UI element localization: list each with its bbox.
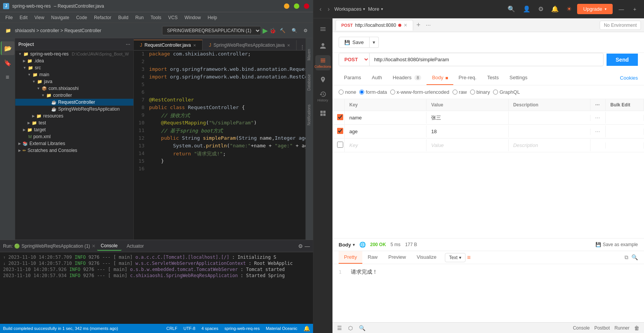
pm-profile-button[interactable]: 👤: [521, 3, 533, 15]
list-item[interactable]: ▶ 📁 test: [15, 119, 133, 126]
pm-theme-button[interactable]: ☀: [564, 3, 574, 15]
tab-auth[interactable]: Auth: [367, 71, 388, 85]
tab-prereq[interactable]: Pre-req.: [453, 71, 482, 85]
list-item[interactable]: ▼ 📁 main: [15, 71, 133, 78]
format-icon[interactable]: ≡: [467, 254, 470, 261]
list-item[interactable]: ▶ 📁 target: [15, 126, 133, 133]
tab-body[interactable]: Body: [427, 71, 453, 85]
maven-label[interactable]: Maven: [306, 46, 313, 64]
new-tab-button[interactable]: +: [414, 21, 423, 29]
tab-spring-app[interactable]: J SpringWebReqResApplication.java ✕: [203, 40, 297, 50]
sidebar-structure-icon[interactable]: ≡: [1, 70, 15, 84]
td-more[interactable]: ⋯: [590, 126, 606, 137]
raw-radio[interactable]: raw: [453, 89, 467, 95]
tab-headers[interactable]: Headers 8: [388, 71, 427, 85]
pm-upgrade-button[interactable]: Upgrade ▾: [577, 4, 613, 14]
indent-label[interactable]: 4 spaces: [201, 326, 218, 331]
pm-cookies-link[interactable]: Cookies: [620, 75, 638, 81]
tree-options[interactable]: ⋯: [126, 42, 130, 47]
trash-icon[interactable]: 🗑: [634, 325, 639, 331]
list-item[interactable]: ▼ 📁 controller: [15, 92, 133, 99]
urlencoded-radio-input[interactable]: [390, 90, 395, 95]
pm-sidebar-environments-icon[interactable]: [315, 72, 331, 87]
pm-search-button[interactable]: 🔍: [505, 3, 517, 15]
row-checkbox[interactable]: [337, 128, 343, 134]
pm-save-example-button[interactable]: 💾 Save as example: [595, 242, 638, 247]
close-tab-icon[interactable]: ✕: [287, 43, 290, 47]
pm-save-dropdown[interactable]: ▾: [370, 37, 379, 48]
settings-icon[interactable]: ⚙: [298, 243, 303, 249]
close-tab-icon[interactable]: ✕: [404, 23, 407, 28]
tab-settings[interactable]: Settings: [504, 71, 533, 85]
menu-help[interactable]: Help: [204, 13, 220, 22]
raw-radio-input[interactable]: [453, 90, 457, 95]
pm-runner-label[interactable]: Runner: [615, 325, 629, 331]
pm-sidebar-grid-icon[interactable]: [315, 106, 331, 121]
list-item[interactable]: ▼ 📁 src: [15, 64, 133, 71]
pm-expand-button[interactable]: +: [630, 5, 639, 14]
menu-view[interactable]: View: [31, 13, 47, 22]
editor-content[interactable]: 1 package com.shixiaoshi.controller; 2 3…: [134, 51, 305, 240]
td-value-empty[interactable]: Value: [427, 139, 508, 151]
tree-root[interactable]: ▼ 📁 spring-web-req-res D:\Code\JAVA\Spri…: [15, 51, 133, 57]
td-description[interactable]: [509, 115, 590, 121]
tree-spring-app[interactable]: ☕ SpringWebReqResApplication: [15, 106, 133, 113]
res-tab-raw[interactable]: Raw: [362, 251, 383, 264]
search-response-icon[interactable]: 🔍: [631, 254, 638, 261]
crlf-label[interactable]: CRLF: [166, 326, 177, 331]
list-item[interactable]: ▼ 📁 java: [15, 78, 133, 85]
res-tab-pretty[interactable]: Pretty: [339, 251, 362, 264]
pm-text-format-dropdown[interactable]: Text ▾: [445, 253, 466, 262]
res-tab-visualize[interactable]: Visualize: [411, 251, 442, 264]
td-key[interactable]: age: [345, 126, 427, 137]
pm-url-input[interactable]: [370, 54, 603, 65]
tab-request-controller[interactable]: J RequestController.java ✕: [134, 40, 203, 50]
pm-back-button[interactable]: ‹: [318, 4, 323, 14]
binary-radio[interactable]: binary: [470, 89, 490, 95]
pm-send-button[interactable]: Send: [607, 54, 638, 66]
td-description-empty[interactable]: Description: [509, 139, 590, 151]
list-item[interactable]: ▶ ✏ Scratches and Consoles: [15, 147, 133, 154]
td-more[interactable]: ⋯: [590, 112, 606, 124]
tree-request-controller[interactable]: ☕ RequestController: [15, 99, 133, 106]
list-item[interactable]: ▶ 📁 resources: [15, 113, 133, 119]
menu-run[interactable]: Run: [132, 13, 147, 22]
td-key[interactable]: name: [345, 112, 427, 124]
pm-more-button[interactable]: More ▾: [368, 6, 383, 12]
close-tab-icon[interactable]: ✕: [193, 43, 196, 47]
pm-sidebar-history-icon[interactable]: History: [315, 89, 331, 104]
copy-icon[interactable]: ⧉: [625, 254, 628, 261]
menu-window[interactable]: Window: [182, 13, 204, 22]
pm-method-select[interactable]: POST: [339, 53, 370, 66]
binary-radio-input[interactable]: [470, 90, 475, 95]
form-data-radio[interactable]: form-data: [359, 89, 387, 95]
charset-label[interactable]: UTF-8: [183, 326, 195, 331]
th-bulk-edit[interactable]: Bulk Edit: [606, 99, 644, 111]
none-radio-input[interactable]: [339, 90, 344, 95]
row-checkbox[interactable]: [337, 142, 343, 148]
list-item[interactable]: ▶ 📚 External Libraries: [15, 140, 133, 147]
search-everywhere-button[interactable]: 🔍: [289, 26, 300, 35]
menu-code[interactable]: Code: [73, 13, 90, 22]
pm-console-label[interactable]: Console: [573, 325, 590, 331]
run-config-dropdown[interactable]: SPRINGWEBREQRESAPPLICATION (1): [162, 26, 261, 35]
pm-minimize-button[interactable]: —: [616, 5, 627, 14]
graphql-radio[interactable]: GraphQL: [493, 89, 520, 95]
none-radio[interactable]: none: [339, 89, 356, 95]
td-value[interactable]: 18: [427, 126, 508, 137]
urlencoded-radio[interactable]: x-www-form-urlencoded: [390, 89, 449, 95]
close-button[interactable]: [304, 3, 309, 9]
pm-sidebar-person-icon[interactable]: [315, 38, 331, 54]
run-button[interactable]: ▶: [263, 26, 268, 35]
pm-statusbar-icon1[interactable]: ☰: [337, 325, 342, 331]
list-item[interactable]: ▼ 📦 com.shixiaoshi: [15, 85, 133, 92]
row-checkbox[interactable]: [337, 114, 343, 120]
list-item[interactable]: M pom.xml: [15, 133, 133, 140]
settings-button[interactable]: ⚙: [301, 26, 310, 35]
tab-params[interactable]: Params: [339, 71, 367, 85]
minimize-panel-icon[interactable]: —: [305, 243, 310, 249]
pm-body-label[interactable]: Body ▾: [339, 242, 355, 248]
sidebar-bookmarks-icon[interactable]: 🔖: [1, 56, 15, 70]
menu-tools[interactable]: Tools: [148, 13, 164, 22]
td-checkbox[interactable]: [333, 111, 345, 124]
